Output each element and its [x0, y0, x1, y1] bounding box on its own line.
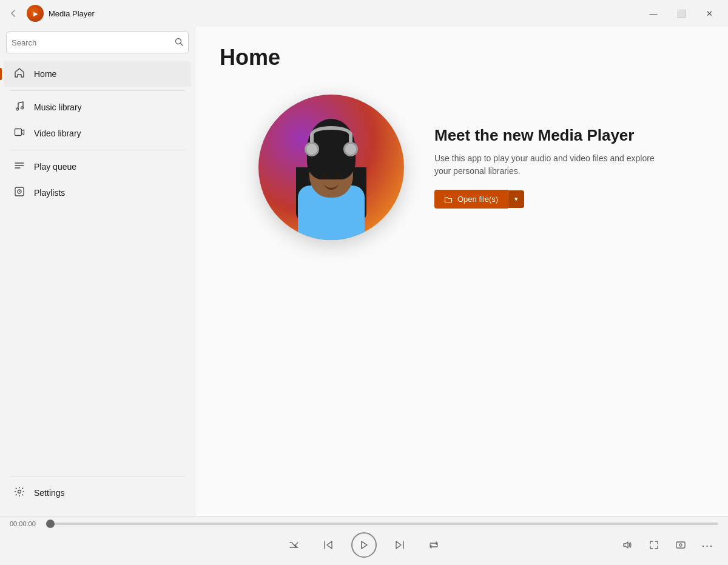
sidebar-item-settings-label: Settings — [34, 488, 65, 498]
window-controls: — ⬜ ✕ — [639, 4, 723, 23]
maximize-button[interactable]: ⬜ — [667, 4, 695, 23]
search-icon — [175, 38, 183, 48]
repeat-button[interactable] — [423, 534, 445, 556]
sidebar-item-music-label: Music library — [34, 102, 82, 112]
controls-row: ··· — [0, 527, 728, 565]
close-button[interactable]: ✕ — [695, 4, 723, 23]
character-illustration — [283, 119, 380, 240]
svg-line-1 — [181, 43, 183, 45]
hero-description: Use this app to play your audio and vide… — [434, 152, 665, 178]
svg-point-11 — [18, 490, 21, 493]
nav-divider-1 — [10, 90, 185, 91]
char-headphones — [305, 126, 358, 156]
video-icon — [13, 127, 25, 140]
hero-image — [258, 95, 404, 240]
search-box[interactable] — [6, 32, 189, 53]
sidebar-item-playlists-label: Playlists — [34, 188, 65, 198]
svg-rect-12 — [676, 542, 685, 548]
player-bar: 00:00:00 — [0, 516, 728, 565]
hero-text: Meet the new Media Player Use this app t… — [434, 126, 665, 209]
current-time: 00:00:00 — [10, 520, 41, 527]
music-icon — [13, 101, 25, 114]
playlists-icon — [13, 186, 25, 199]
svg-rect-4 — [15, 129, 22, 136]
hero-section: Meet the new Media Player Use this app t… — [220, 95, 704, 240]
page-title: Home — [220, 45, 704, 70]
sidebar-item-video-library[interactable]: Video library — [4, 121, 191, 146]
headphone-right-ear — [343, 142, 358, 156]
queue-icon — [13, 160, 25, 173]
nav-divider-3 — [10, 476, 185, 476]
svg-point-10 — [19, 191, 20, 192]
open-files-button[interactable]: Open file(s) — [434, 190, 508, 209]
hero-heading: Meet the new Media Player — [434, 126, 665, 145]
sidebar-item-playlists[interactable]: Playlists — [4, 180, 191, 206]
nav-divider-2 — [10, 150, 185, 150]
progress-track[interactable] — [46, 523, 718, 525]
dropdown-arrow-icon: ▾ — [514, 195, 518, 202]
progress-row: 00:00:00 — [0, 517, 728, 527]
back-button[interactable] — [5, 5, 22, 22]
sidebar-bottom: Settings — [0, 467, 195, 516]
svg-point-13 — [679, 544, 682, 546]
next-button[interactable] — [389, 534, 411, 556]
svg-point-3 — [21, 107, 24, 109]
char-eye-right — [336, 173, 340, 177]
minimize-button[interactable]: — — [639, 4, 667, 23]
play-button[interactable] — [351, 532, 377, 558]
search-input[interactable] — [12, 38, 175, 47]
app-body: Home Music library — [0, 27, 728, 516]
cast-button[interactable] — [670, 534, 692, 556]
main-content: Home — [195, 27, 728, 516]
sidebar-item-home-label: Home — [34, 69, 56, 79]
sidebar-item-play-queue[interactable]: Play queue — [4, 154, 191, 179]
settings-icon — [13, 486, 25, 500]
sidebar-item-video-label: Video library — [34, 129, 81, 138]
app-icon — [27, 5, 44, 22]
title-bar: Media Player — ⬜ ✕ — [0, 0, 728, 27]
shuffle-button[interactable] — [283, 534, 305, 556]
progress-thumb[interactable] — [46, 520, 55, 528]
sidebar-item-settings[interactable]: Settings — [4, 480, 191, 506]
volume-button[interactable] — [616, 534, 638, 556]
sidebar-item-home[interactable]: Home — [4, 61, 191, 87]
open-files-dropdown[interactable]: ▾ — [508, 190, 524, 208]
more-options-button[interactable]: ··· — [696, 534, 718, 556]
sidebar-item-music-library[interactable]: Music library — [4, 95, 191, 120]
headphone-left-ear — [305, 142, 319, 156]
open-files-button-group: Open file(s) ▾ — [434, 190, 665, 209]
app-title: Media Player — [49, 9, 95, 18]
char-eye-left — [323, 173, 326, 177]
page-content: Home — [195, 27, 728, 516]
fullscreen-button[interactable] — [643, 534, 665, 556]
controls-right: ··· — [616, 534, 718, 556]
previous-button[interactable] — [317, 534, 339, 556]
open-files-label: Open file(s) — [457, 195, 498, 204]
nav-section: Home Music library — [0, 58, 195, 467]
svg-point-2 — [16, 108, 19, 110]
sidebar: Home Music library — [0, 27, 195, 516]
home-icon — [13, 67, 25, 81]
headphone-band — [310, 126, 352, 143]
sidebar-item-queue-label: Play queue — [34, 162, 76, 172]
